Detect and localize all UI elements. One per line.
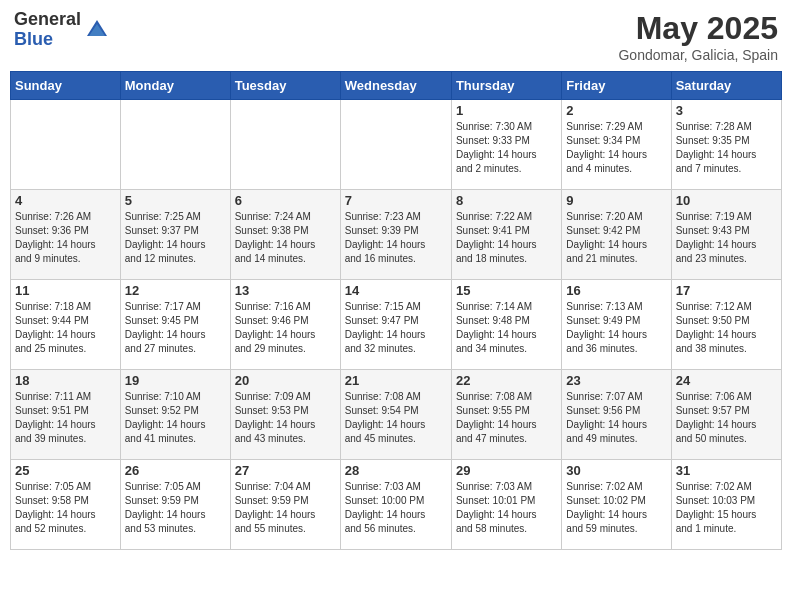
day-number: 15 [456, 283, 557, 298]
day-info: Sunrise: 7:24 AM Sunset: 9:38 PM Dayligh… [235, 210, 336, 266]
calendar-cell: 30Sunrise: 7:02 AM Sunset: 10:02 PM Dayl… [562, 460, 671, 550]
page-header: General Blue May 2025 Gondomar, Galicia,… [10, 10, 782, 63]
calendar-row: 25Sunrise: 7:05 AM Sunset: 9:58 PM Dayli… [11, 460, 782, 550]
day-number: 9 [566, 193, 666, 208]
calendar-cell: 28Sunrise: 7:03 AM Sunset: 10:00 PM Dayl… [340, 460, 451, 550]
day-number: 19 [125, 373, 226, 388]
day-number: 16 [566, 283, 666, 298]
calendar-cell: 1Sunrise: 7:30 AM Sunset: 9:33 PM Daylig… [451, 100, 561, 190]
day-number: 5 [125, 193, 226, 208]
calendar-cell: 3Sunrise: 7:28 AM Sunset: 9:35 PM Daylig… [671, 100, 781, 190]
day-info: Sunrise: 7:08 AM Sunset: 9:55 PM Dayligh… [456, 390, 557, 446]
calendar-table: SundayMondayTuesdayWednesdayThursdayFrid… [10, 71, 782, 550]
logo-general-text: General [14, 10, 81, 30]
day-info: Sunrise: 7:04 AM Sunset: 9:59 PM Dayligh… [235, 480, 336, 536]
calendar-header-cell: Thursday [451, 72, 561, 100]
calendar-cell: 23Sunrise: 7:07 AM Sunset: 9:56 PM Dayli… [562, 370, 671, 460]
calendar-row: 1Sunrise: 7:30 AM Sunset: 9:33 PM Daylig… [11, 100, 782, 190]
calendar-cell: 6Sunrise: 7:24 AM Sunset: 9:38 PM Daylig… [230, 190, 340, 280]
day-info: Sunrise: 7:25 AM Sunset: 9:37 PM Dayligh… [125, 210, 226, 266]
calendar-cell: 4Sunrise: 7:26 AM Sunset: 9:36 PM Daylig… [11, 190, 121, 280]
calendar-row: 4Sunrise: 7:26 AM Sunset: 9:36 PM Daylig… [11, 190, 782, 280]
day-info: Sunrise: 7:14 AM Sunset: 9:48 PM Dayligh… [456, 300, 557, 356]
day-number: 25 [15, 463, 116, 478]
calendar-cell: 9Sunrise: 7:20 AM Sunset: 9:42 PM Daylig… [562, 190, 671, 280]
calendar-cell: 26Sunrise: 7:05 AM Sunset: 9:59 PM Dayli… [120, 460, 230, 550]
day-info: Sunrise: 7:09 AM Sunset: 9:53 PM Dayligh… [235, 390, 336, 446]
calendar-cell: 21Sunrise: 7:08 AM Sunset: 9:54 PM Dayli… [340, 370, 451, 460]
calendar-cell [340, 100, 451, 190]
calendar-cell: 19Sunrise: 7:10 AM Sunset: 9:52 PM Dayli… [120, 370, 230, 460]
calendar-cell: 11Sunrise: 7:18 AM Sunset: 9:44 PM Dayli… [11, 280, 121, 370]
day-info: Sunrise: 7:11 AM Sunset: 9:51 PM Dayligh… [15, 390, 116, 446]
calendar-cell: 15Sunrise: 7:14 AM Sunset: 9:48 PM Dayli… [451, 280, 561, 370]
calendar-cell: 12Sunrise: 7:17 AM Sunset: 9:45 PM Dayli… [120, 280, 230, 370]
day-info: Sunrise: 7:20 AM Sunset: 9:42 PM Dayligh… [566, 210, 666, 266]
day-info: Sunrise: 7:02 AM Sunset: 10:02 PM Daylig… [566, 480, 666, 536]
day-number: 27 [235, 463, 336, 478]
calendar-body: 1Sunrise: 7:30 AM Sunset: 9:33 PM Daylig… [11, 100, 782, 550]
day-info: Sunrise: 7:28 AM Sunset: 9:35 PM Dayligh… [676, 120, 777, 176]
calendar-cell [230, 100, 340, 190]
day-info: Sunrise: 7:18 AM Sunset: 9:44 PM Dayligh… [15, 300, 116, 356]
calendar-cell: 29Sunrise: 7:03 AM Sunset: 10:01 PM Dayl… [451, 460, 561, 550]
calendar-cell: 2Sunrise: 7:29 AM Sunset: 9:34 PM Daylig… [562, 100, 671, 190]
day-number: 1 [456, 103, 557, 118]
day-info: Sunrise: 7:10 AM Sunset: 9:52 PM Dayligh… [125, 390, 226, 446]
day-number: 10 [676, 193, 777, 208]
calendar-cell: 31Sunrise: 7:02 AM Sunset: 10:03 PM Dayl… [671, 460, 781, 550]
day-info: Sunrise: 7:22 AM Sunset: 9:41 PM Dayligh… [456, 210, 557, 266]
day-number: 20 [235, 373, 336, 388]
calendar-header-cell: Sunday [11, 72, 121, 100]
calendar-cell: 7Sunrise: 7:23 AM Sunset: 9:39 PM Daylig… [340, 190, 451, 280]
day-number: 12 [125, 283, 226, 298]
day-number: 13 [235, 283, 336, 298]
calendar-cell: 18Sunrise: 7:11 AM Sunset: 9:51 PM Dayli… [11, 370, 121, 460]
day-info: Sunrise: 7:02 AM Sunset: 10:03 PM Daylig… [676, 480, 777, 536]
calendar-header-cell: Saturday [671, 72, 781, 100]
day-number: 3 [676, 103, 777, 118]
day-number: 21 [345, 373, 447, 388]
day-info: Sunrise: 7:17 AM Sunset: 9:45 PM Dayligh… [125, 300, 226, 356]
calendar-cell: 22Sunrise: 7:08 AM Sunset: 9:55 PM Dayli… [451, 370, 561, 460]
calendar-header-cell: Wednesday [340, 72, 451, 100]
day-info: Sunrise: 7:08 AM Sunset: 9:54 PM Dayligh… [345, 390, 447, 446]
day-info: Sunrise: 7:19 AM Sunset: 9:43 PM Dayligh… [676, 210, 777, 266]
day-number: 28 [345, 463, 447, 478]
day-info: Sunrise: 7:12 AM Sunset: 9:50 PM Dayligh… [676, 300, 777, 356]
day-info: Sunrise: 7:05 AM Sunset: 9:58 PM Dayligh… [15, 480, 116, 536]
day-number: 8 [456, 193, 557, 208]
day-info: Sunrise: 7:26 AM Sunset: 9:36 PM Dayligh… [15, 210, 116, 266]
calendar-cell: 25Sunrise: 7:05 AM Sunset: 9:58 PM Dayli… [11, 460, 121, 550]
day-info: Sunrise: 7:05 AM Sunset: 9:59 PM Dayligh… [125, 480, 226, 536]
title-block: May 2025 Gondomar, Galicia, Spain [618, 10, 778, 63]
day-info: Sunrise: 7:03 AM Sunset: 10:01 PM Daylig… [456, 480, 557, 536]
day-number: 2 [566, 103, 666, 118]
calendar-cell: 20Sunrise: 7:09 AM Sunset: 9:53 PM Dayli… [230, 370, 340, 460]
calendar-cell: 27Sunrise: 7:04 AM Sunset: 9:59 PM Dayli… [230, 460, 340, 550]
day-info: Sunrise: 7:23 AM Sunset: 9:39 PM Dayligh… [345, 210, 447, 266]
calendar-cell: 8Sunrise: 7:22 AM Sunset: 9:41 PM Daylig… [451, 190, 561, 280]
day-number: 24 [676, 373, 777, 388]
calendar-cell: 17Sunrise: 7:12 AM Sunset: 9:50 PM Dayli… [671, 280, 781, 370]
day-info: Sunrise: 7:16 AM Sunset: 9:46 PM Dayligh… [235, 300, 336, 356]
day-number: 4 [15, 193, 116, 208]
logo-icon [83, 16, 111, 44]
day-number: 23 [566, 373, 666, 388]
calendar-row: 18Sunrise: 7:11 AM Sunset: 9:51 PM Dayli… [11, 370, 782, 460]
day-number: 6 [235, 193, 336, 208]
day-number: 29 [456, 463, 557, 478]
calendar-cell: 10Sunrise: 7:19 AM Sunset: 9:43 PM Dayli… [671, 190, 781, 280]
day-number: 14 [345, 283, 447, 298]
main-title: May 2025 [618, 10, 778, 47]
day-number: 26 [125, 463, 226, 478]
calendar-row: 11Sunrise: 7:18 AM Sunset: 9:44 PM Dayli… [11, 280, 782, 370]
calendar-header-row: SundayMondayTuesdayWednesdayThursdayFrid… [11, 72, 782, 100]
calendar-cell: 13Sunrise: 7:16 AM Sunset: 9:46 PM Dayli… [230, 280, 340, 370]
day-info: Sunrise: 7:15 AM Sunset: 9:47 PM Dayligh… [345, 300, 447, 356]
logo: General Blue [14, 10, 111, 50]
day-number: 11 [15, 283, 116, 298]
day-info: Sunrise: 7:29 AM Sunset: 9:34 PM Dayligh… [566, 120, 666, 176]
day-info: Sunrise: 7:06 AM Sunset: 9:57 PM Dayligh… [676, 390, 777, 446]
calendar-cell [11, 100, 121, 190]
